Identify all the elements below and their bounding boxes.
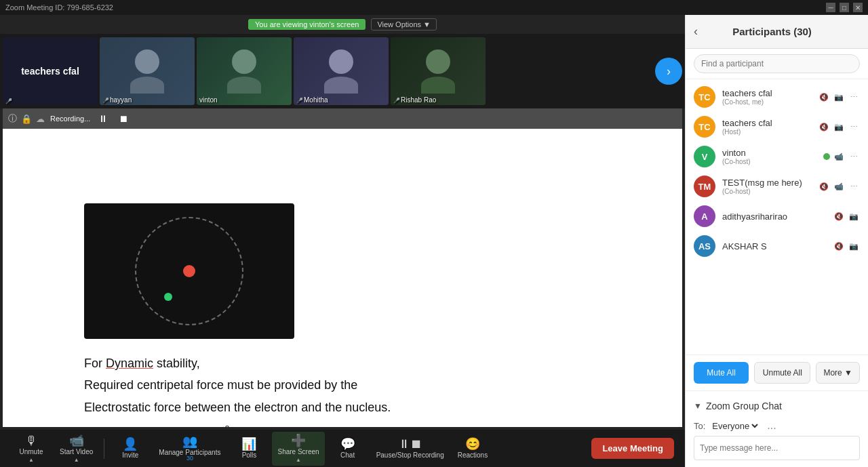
p-badge: (Co-host) <box>722 158 816 165</box>
cloud-icon: ☁ <box>36 114 45 124</box>
slide-text: For Dynamic stability, Required centripe… <box>84 352 642 427</box>
invite-button[interactable]: 👤 Invite <box>110 435 151 462</box>
p-icons: 🔇 📷 <box>833 240 860 252</box>
maximize-button[interactable]: □ <box>840 3 849 12</box>
participant-search-input[interactable] <box>694 54 860 73</box>
p-icons: 🔇 📹 ⋯ <box>818 180 860 192</box>
more-options-button[interactable]: More ▼ <box>816 362 860 384</box>
share-screen-button[interactable]: ➕ Share Screen ▲ <box>272 432 324 466</box>
reactions-icon: 😊 <box>465 438 480 450</box>
unmute-all-button[interactable]: Unmute All <box>754 362 810 384</box>
participant-info: adithyasriharirao <box>722 211 826 222</box>
minimize-button[interactable]: ─ <box>826 3 835 12</box>
video-status-icon: 📷 <box>833 91 845 103</box>
nucleus <box>183 265 195 277</box>
participant-tile-hayyan[interactable]: 🎤 hayyan <box>100 37 195 105</box>
p-icons: 📹 ⋯ <box>823 150 860 163</box>
reactions-button[interactable]: 😊 Reactions <box>452 435 493 462</box>
more-options-icon[interactable]: ⋯ <box>848 121 860 133</box>
mute-icon-rishab: 🎤 <box>393 98 399 103</box>
participant-actions: Mute All Unmute All More ▼ <box>686 354 868 390</box>
eq1-frac2: e2 r2 <box>218 424 231 427</box>
manage-participants-button[interactable]: 👥 Manage Participants 30 <box>153 432 226 464</box>
more-options-icon[interactable]: ⋯ <box>848 91 860 103</box>
recording-pause-button[interactable]: ⏸ <box>96 112 111 125</box>
p-badge: (Co-host, me) <box>722 98 811 106</box>
chat-message-input[interactable] <box>694 436 860 460</box>
video-icon: 📹 <box>69 434 84 447</box>
unmute-arrow: ▲ <box>28 457 34 463</box>
unmute-icon: 🎙 <box>25 434 37 447</box>
participants-icon: 👥 <box>182 435 197 447</box>
list-item: TC teachers cfal (Co-host, me) 🔇 📷 ⋯ <box>686 82 868 112</box>
avatar: TC <box>694 116 715 138</box>
unmute-button[interactable]: 🎙 Unmute ▲ <box>11 432 52 466</box>
face-body-vinton <box>227 77 261 94</box>
list-item: TM TEST(msg me here) (Co-host) 🔇 📹 ⋯ <box>686 171 868 201</box>
list-item: A adithyasriharirao 🔇 📷 <box>686 201 868 231</box>
video-vinton <box>197 37 292 105</box>
list-item: TC teachers cfal (Host) 🔇 📷 ⋯ <box>686 112 868 142</box>
atom-diagram <box>84 203 294 339</box>
p-icons: 🔇 📷 ⋯ <box>818 91 860 103</box>
recording-icons: ⓘ 🔒 ☁ <box>8 113 45 125</box>
face-head-mohitha <box>329 49 353 74</box>
avatar: TM <box>694 176 715 197</box>
chat-more-button[interactable]: ... <box>764 420 778 432</box>
participant-tile-rishab[interactable]: 🎤 Rishab Rao <box>391 37 486 105</box>
participant-info: AKSHAR S <box>722 241 826 251</box>
recording-bar: ⓘ 🔒 ☁ Recording... ⏸ ⏹ <box>3 108 682 129</box>
more-options-icon[interactable]: ⋯ <box>848 180 860 192</box>
leave-meeting-button[interactable]: Leave Meeting <box>591 438 674 459</box>
panel-header: ‹ Participants (30) <box>686 15 868 49</box>
share-icon: ➕ <box>291 434 306 447</box>
mute-status-icon: 🔇 <box>818 91 830 103</box>
face-body-rishab <box>421 77 455 94</box>
close-button[interactable]: ✕ <box>853 3 863 12</box>
face-rep-rishab <box>391 37 486 105</box>
meeting-area: You are viewing vinton's screen View Opt… <box>0 15 685 467</box>
video-status-icon: 📷 <box>833 121 845 133</box>
video-arrow: ▲ <box>74 457 79 463</box>
slide-line-2: Required centripetal force must be provi… <box>84 374 642 396</box>
participant-search-area <box>686 49 868 79</box>
start-video-button[interactable]: 📹 Start Video ▲ <box>54 432 98 466</box>
participant-tile-mohitha[interactable]: 🎤 Mohitha <box>294 37 389 105</box>
panel-back-button[interactable]: ‹ <box>694 24 698 39</box>
p-name: vinton <box>722 148 816 158</box>
participant-info: teachers cfal (Host) <box>722 118 811 136</box>
video-status-icon: 📷 <box>848 210 860 222</box>
p-badge: (Host) <box>722 128 811 136</box>
right-panel: ‹ Participants (30) TC teachers cfal (Co… <box>685 15 868 467</box>
mute-status-icon: 🔇 <box>818 121 830 133</box>
mute-all-button[interactable]: Mute All <box>694 362 749 384</box>
avatar: TC <box>694 86 715 108</box>
p-icons: 🔇 📷 <box>833 210 860 222</box>
video-rishab <box>391 37 486 105</box>
more-options-icon[interactable]: ⋯ <box>848 150 860 163</box>
polls-button[interactable]: 📊 Polls <box>229 435 269 462</box>
participant-label-teachers: 🎤 <box>5 98 11 104</box>
mute-icon-teachers: 🎤 <box>5 98 11 104</box>
participant-tile-teachers[interactable]: teachers cfal 🎤 <box>3 37 98 105</box>
face-rep-vinton <box>197 37 292 105</box>
chat-button[interactable]: 💬 Chat <box>328 435 368 462</box>
next-participant-button[interactable]: › <box>655 58 682 85</box>
electron <box>164 293 172 301</box>
chat-input-area: To: Everyone ... <box>694 420 860 460</box>
chat-header[interactable]: ▼ Zoom Group Chat <box>694 398 860 414</box>
chat-icon: 💬 <box>340 438 355 450</box>
toolbar-group-left: 🎙 Unmute ▲ 📹 Start Video ▲ 👤 Invite 👥 M <box>11 432 493 466</box>
list-item: V vinton (Co-host) 📹 ⋯ <box>686 142 868 171</box>
recording-stop-button[interactable]: ⏹ <box>116 112 131 125</box>
chat-recipient-select[interactable]: Everyone <box>709 420 760 432</box>
participant-tile-vinton[interactable]: vinton <box>197 37 292 105</box>
record-button[interactable]: ⏸⏹ Pause/Stop Recording <box>371 435 450 462</box>
invite-icon: 👤 <box>123 438 138 450</box>
record-icon: ⏸⏹ <box>398 438 422 450</box>
participant-label-vinton: vinton <box>199 96 218 104</box>
face-head-rishab <box>426 49 450 74</box>
slide-line-1: For Dynamic stability, <box>84 352 642 374</box>
share-arrow: ▲ <box>296 457 301 463</box>
view-options-button[interactable]: View Options ▼ <box>371 18 437 31</box>
